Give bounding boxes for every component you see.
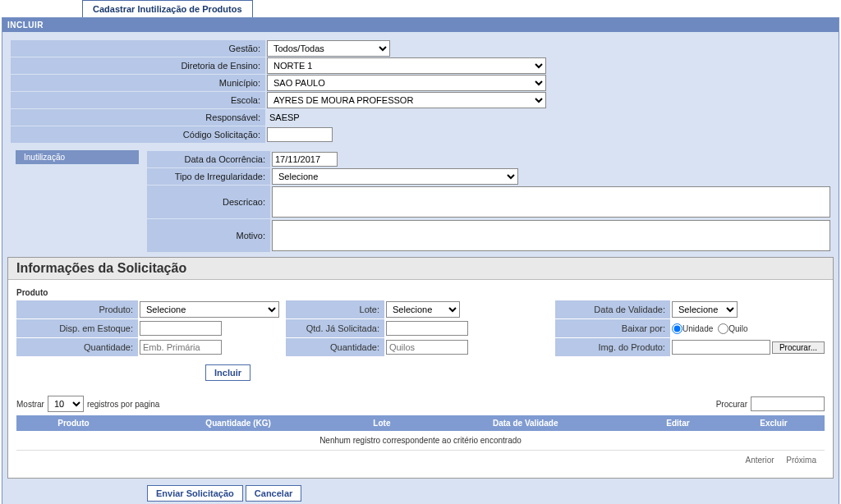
label-disp-estoque: Disp. em Estoque: [16,319,138,337]
select-lote[interactable]: Selecione [386,301,460,318]
col-lote[interactable]: Lote [346,415,417,431]
select-produto[interactable]: Selecione [140,301,279,318]
main-panel: INCLUIR Gestão: Todos/Todas Diretoria de… [2,17,839,504]
input-qtd-solicitada[interactable] [386,321,468,336]
select-municipio[interactable]: SAO PAULO [267,75,546,91]
panel-header: INCLUIR [2,18,839,32]
fieldset-produto: Produto [16,288,825,297]
pager-registros-label: registros por pagina [87,400,159,409]
col-excluir[interactable]: Excluir [723,415,825,431]
label-quantidade-emb: Quantidade: [16,338,138,356]
label-motivo: Motivo: [147,219,270,252]
input-data-ocorrencia[interactable] [272,152,338,167]
label-qtd-solicitada: Qtd. Já Solicitada: [286,319,384,337]
procurar-button[interactable]: Procurar... [772,341,825,354]
label-img-produto: Img. do Produto: [555,338,670,356]
label-municipio: Município: [11,75,265,91]
select-validade[interactable]: Selecione [672,301,738,318]
input-disp-estoque[interactable] [140,321,222,336]
products-grid: Produto Quantidade (KG) Lote Data de Val… [16,415,825,451]
select-diretoria[interactable]: NORTE 1 [267,57,546,74]
file-path-box [672,340,770,355]
label-lote: Lote: [286,300,384,318]
subtab-inutilizacao[interactable]: Inutilização [16,150,139,164]
input-quantidade-kg[interactable] [386,340,468,355]
input-responsavel [267,110,543,125]
label-escola: Escola: [11,92,265,108]
label-validade: Data de Validade: [555,300,670,318]
select-escola[interactable]: AYRES DE MOURA PROFESSOR [267,92,546,108]
nav-proxima[interactable]: Próxima [786,456,816,465]
grid-empty-row: Nenhum registro correspondente ao critér… [16,431,825,451]
radio-unidade-label: Unidade [682,324,713,333]
select-gestao[interactable]: Todos/Todas [267,40,390,57]
textarea-descricao[interactable] [272,186,830,218]
radio-quilo-label: Quilo [728,324,747,333]
select-tipo-irregularidade[interactable]: Selecione [272,168,518,185]
select-per-page[interactable]: 10 [48,396,84,412]
pager-mostrar-label: Mostrar [16,400,44,409]
textarea-motivo[interactable] [272,220,830,251]
nav-anterior[interactable]: Anterior [746,456,774,465]
input-codigo[interactable] [267,127,333,142]
radio-unidade[interactable] [672,323,682,334]
enviar-solicitacao-button[interactable]: Enviar Solicitação [147,485,243,502]
input-quantidade-emb[interactable] [140,340,222,355]
page-tab[interactable]: Cadastrar Inutilização de Produtos [82,0,253,17]
search-label: Procurar [716,400,747,409]
label-baixar-por: Baixar por: [555,319,670,337]
col-quantidade[interactable]: Quantidade (KG) [131,415,346,431]
label-responsavel: Responsável: [11,109,265,126]
label-diretoria: Diretoria de Ensino: [11,57,265,74]
sub-form: Data da Ocorrência: Tipo de Irregularida… [147,151,830,252]
info-title: Informações da Solicitação [8,258,833,280]
col-editar[interactable]: Editar [633,415,723,431]
label-tipo-irregularidade: Tipo de Irregularidade: [147,168,270,185]
label-codigo: Código Solicitação: [11,126,265,143]
incluir-button[interactable]: Incluir [205,364,250,381]
label-produto: Produto: [16,300,138,318]
label-data-ocorrencia: Data da Ocorrência: [147,151,270,167]
top-form: Gestão: Todos/Todas Diretoria de Ensino:… [2,32,839,147]
label-descricao: Descricao: [147,186,270,218]
pagination-nav: Anterior Próxima [16,451,825,470]
col-produto[interactable]: Produto [16,415,131,431]
radio-quilo[interactable] [718,323,728,334]
search-input[interactable] [751,396,825,411]
col-validade[interactable]: Data de Validade [418,415,633,431]
action-buttons: Enviar Solicitação Cancelar [147,485,839,502]
cancelar-button[interactable]: Cancelar [246,485,301,502]
label-quantidade-kg: Quantidade: [286,338,384,356]
info-panel: Informações da Solicitação Produto Produ… [7,257,834,479]
label-gestao: Gestão: [11,40,265,57]
